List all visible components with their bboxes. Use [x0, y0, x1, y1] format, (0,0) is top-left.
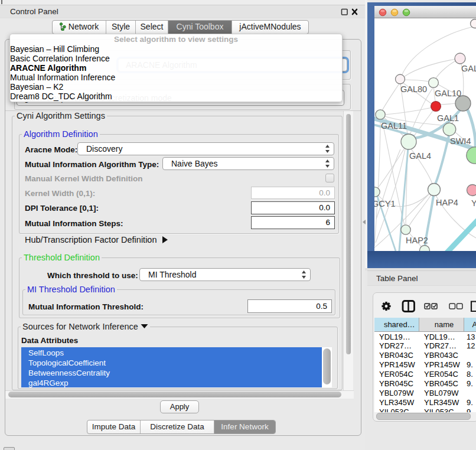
svg-text:HAP4: HAP4 [436, 198, 458, 207]
svg-text:GAL80: GAL80 [400, 84, 427, 94]
svg-text:GAL4: GAL4 [409, 151, 431, 161]
svg-text:GAL7: GAL7 [461, 64, 476, 73]
svg-text:GAL11: GAL11 [381, 121, 407, 131]
svg-text:SWI4: SWI4 [450, 136, 471, 146]
svg-text:Y: Y [471, 198, 476, 208]
svg-text:GCY1: GCY1 [374, 199, 396, 208]
svg-text:GAL1: GAL1 [437, 113, 459, 123]
svg-text:GAL10: GAL10 [435, 89, 461, 98]
svg-text:HAP2: HAP2 [406, 236, 428, 245]
